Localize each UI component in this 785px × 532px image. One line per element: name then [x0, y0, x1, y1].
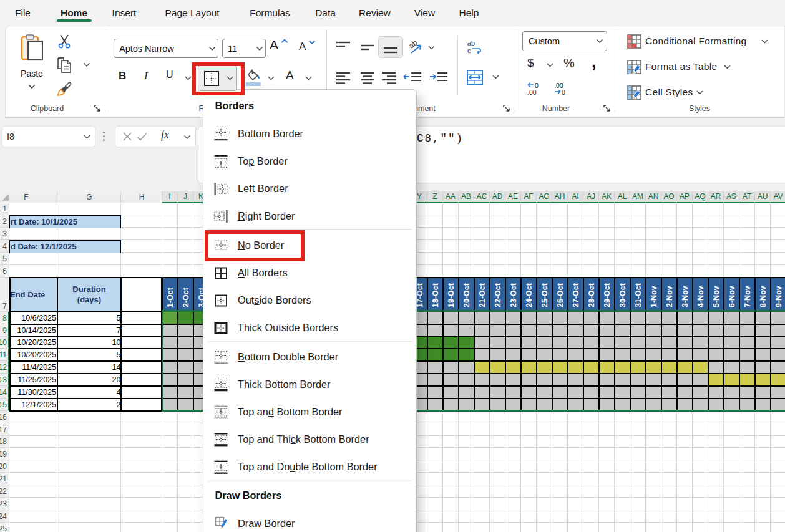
- svg-text:.00: .00: [527, 89, 537, 96]
- svg-text:ab: ab: [467, 39, 475, 47]
- svg-text:c: c: [467, 47, 471, 54]
- svg-text:0: 0: [562, 89, 565, 96]
